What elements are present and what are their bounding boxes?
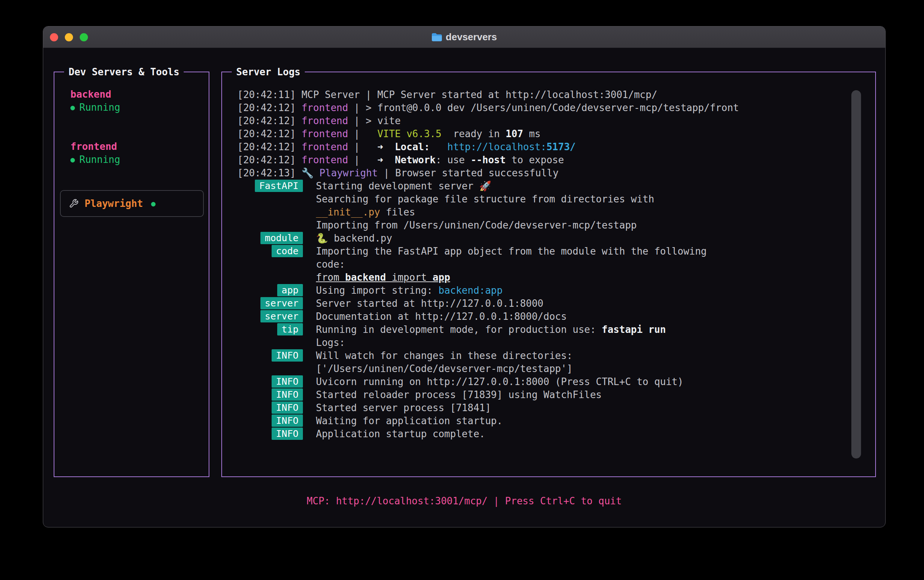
log-badge-gutter: INFO bbox=[237, 402, 316, 414]
status-dot: ● bbox=[71, 101, 75, 114]
log-badge: tip bbox=[277, 323, 303, 336]
log-message: Server started at http://127.0.0.1:8000 bbox=[316, 298, 543, 309]
server-name: frontend bbox=[71, 140, 120, 153]
log-message: Running in development mode, for product… bbox=[316, 324, 666, 335]
log-line: Logs: bbox=[237, 336, 845, 349]
server-status: ●Running bbox=[71, 101, 120, 114]
log-message: Importing the FastAPI app object from th… bbox=[316, 246, 707, 257]
log-line: serverDocumentation at http://127.0.0.1:… bbox=[237, 310, 845, 323]
server-logs-panel: Server Logs [20:42:11] MCP Server | MCP … bbox=[221, 72, 876, 477]
log-line: appUsing import string: backend:app bbox=[237, 283, 845, 297]
traffic-lights bbox=[50, 26, 88, 48]
log-badge: server bbox=[260, 297, 303, 310]
folder-icon bbox=[431, 33, 442, 41]
sidebar-item-backend[interactable]: backend●Running bbox=[71, 88, 120, 114]
server-list: backend●Runningfrontend●Running bbox=[71, 88, 120, 192]
log-message: [20:42:13] 🔧 Playwright | Browser starte… bbox=[237, 167, 559, 178]
window-title-group: devservers bbox=[431, 31, 497, 43]
log-badge: INFO bbox=[271, 389, 303, 401]
log-message: [20:42:11] MCP Server | MCP Server start… bbox=[237, 89, 657, 100]
log-line: module🐍 backend.py bbox=[237, 231, 845, 244]
log-badge-gutter: server bbox=[237, 310, 316, 323]
tool-name: Playwright bbox=[85, 198, 143, 209]
log-badge: FastAPI bbox=[255, 180, 303, 192]
log-badge: code bbox=[271, 245, 303, 257]
log-badge-gutter: server bbox=[237, 297, 316, 310]
minimize-window-button[interactable] bbox=[65, 33, 73, 41]
log-badge-gutter: INFO bbox=[237, 349, 316, 362]
server-name: backend bbox=[71, 88, 120, 101]
log-badge: INFO bbox=[271, 376, 303, 388]
log-message: code: bbox=[316, 259, 345, 270]
log-badge: INFO bbox=[271, 402, 303, 414]
log-line: serverServer started at http://127.0.0.1… bbox=[237, 297, 845, 310]
log-badge: INFO bbox=[271, 349, 303, 362]
log-badge-gutter: INFO bbox=[237, 428, 316, 440]
log-badge-gutter: app bbox=[237, 284, 316, 297]
log-message: Documentation at http://127.0.0.1:8000/d… bbox=[316, 311, 567, 322]
log-message: ['/Users/uninen/Code/devserver-mcp/testa… bbox=[316, 363, 573, 374]
log-message: [20:42:12] frontend | ➜ Local: http://lo… bbox=[237, 141, 575, 152]
log-line: INFOStarted reloader process [71839] usi… bbox=[237, 388, 845, 401]
log-badge: module bbox=[260, 232, 303, 244]
log-message: Using import string: backend:app bbox=[316, 285, 503, 296]
log-message: [20:42:12] frontend | > front@0.0.0 dev … bbox=[237, 102, 739, 113]
log-line: ['/Users/uninen/Code/devserver-mcp/testa… bbox=[237, 362, 845, 375]
log-message: Logs: bbox=[316, 337, 345, 348]
log-message: 🐍 backend.py bbox=[316, 232, 392, 244]
log-message: [20:42:12] frontend | ➜ Network: use --h… bbox=[237, 154, 564, 165]
log-badge-gutter: INFO bbox=[237, 376, 316, 388]
log-line: INFOWaiting for application startup. bbox=[237, 414, 845, 427]
log-badge: server bbox=[260, 310, 303, 323]
sidebar-panel-title: Dev Servers & Tools bbox=[64, 65, 184, 79]
log-line: from backend import app bbox=[237, 270, 845, 283]
log-output: [20:42:11] MCP Server | MCP Server start… bbox=[237, 88, 845, 440]
log-scrollbar[interactable] bbox=[852, 90, 861, 458]
close-window-button[interactable] bbox=[50, 33, 58, 41]
log-badge-gutter: INFO bbox=[237, 415, 316, 427]
log-line: [20:42:12] frontend | > vite bbox=[237, 114, 845, 127]
log-line: [20:42:12] frontend | > front@0.0.0 dev … bbox=[237, 101, 845, 114]
server-status: ●Running bbox=[71, 153, 120, 166]
log-badge-gutter: FastAPI bbox=[237, 180, 316, 192]
window-title: devservers bbox=[446, 31, 497, 43]
log-line: codeImporting the FastAPI app object fro… bbox=[237, 244, 845, 257]
log-line: Searching for package file structure fro… bbox=[237, 192, 845, 205]
log-line: code: bbox=[237, 257, 845, 270]
log-line: FastAPIStarting development server 🚀 bbox=[237, 179, 845, 192]
log-message: Application startup complete. bbox=[316, 428, 485, 440]
log-line: [20:42:11] MCP Server | MCP Server start… bbox=[237, 88, 845, 101]
log-badge-gutter: INFO bbox=[237, 389, 316, 401]
sidebar-item-frontend[interactable]: frontend●Running bbox=[71, 140, 120, 166]
log-message: Started reloader process [71839] using W… bbox=[316, 389, 602, 400]
log-badge: INFO bbox=[271, 415, 303, 427]
log-line: tipRunning in development mode, for prod… bbox=[237, 323, 845, 336]
log-badge: app bbox=[277, 284, 303, 297]
log-message: [20:42:12] frontend | > vite bbox=[237, 115, 401, 126]
log-message: __init__.py files bbox=[316, 206, 415, 218]
log-badge-gutter: tip bbox=[237, 323, 316, 336]
wrench-icon bbox=[69, 199, 79, 208]
log-badge-gutter: module bbox=[237, 232, 316, 244]
log-badge: INFO bbox=[271, 428, 303, 440]
log-line: [20:42:12] frontend | VITE v6.3.5 ready … bbox=[237, 127, 845, 140]
log-line: INFOApplication startup complete. bbox=[237, 427, 845, 440]
log-message: [20:42:12] frontend | VITE v6.3.5 ready … bbox=[237, 128, 541, 139]
log-line: __init__.py files bbox=[237, 205, 845, 218]
log-message: Starting development server 🚀 bbox=[316, 180, 492, 191]
log-line: INFOWill watch for changes in these dire… bbox=[237, 349, 845, 362]
log-line: INFOUvicorn running on http://127.0.0.1:… bbox=[237, 375, 845, 388]
log-message: Started server process [71841] bbox=[316, 402, 491, 414]
zoom-window-button[interactable] bbox=[80, 33, 88, 41]
log-line: [20:42:12] frontend | ➜ Local: http://lo… bbox=[237, 140, 845, 153]
log-message: Searching for package file structure fro… bbox=[316, 193, 654, 204]
log-line: [20:42:12] frontend | ➜ Network: use --h… bbox=[237, 153, 845, 166]
log-line: INFOStarted server process [71841] bbox=[237, 401, 845, 414]
status-dot: ● bbox=[71, 153, 75, 166]
sidebar-item-playwright[interactable]: Playwright ● bbox=[60, 190, 204, 217]
server-logs-panel-title: Server Logs bbox=[232, 65, 305, 79]
log-line: Importing from /Users/uninen/Code/devser… bbox=[237, 218, 845, 231]
log-message: Will watch for changes in these director… bbox=[316, 350, 573, 361]
status-dot: ● bbox=[151, 199, 156, 208]
window-titlebar[interactable]: devservers bbox=[43, 26, 885, 48]
